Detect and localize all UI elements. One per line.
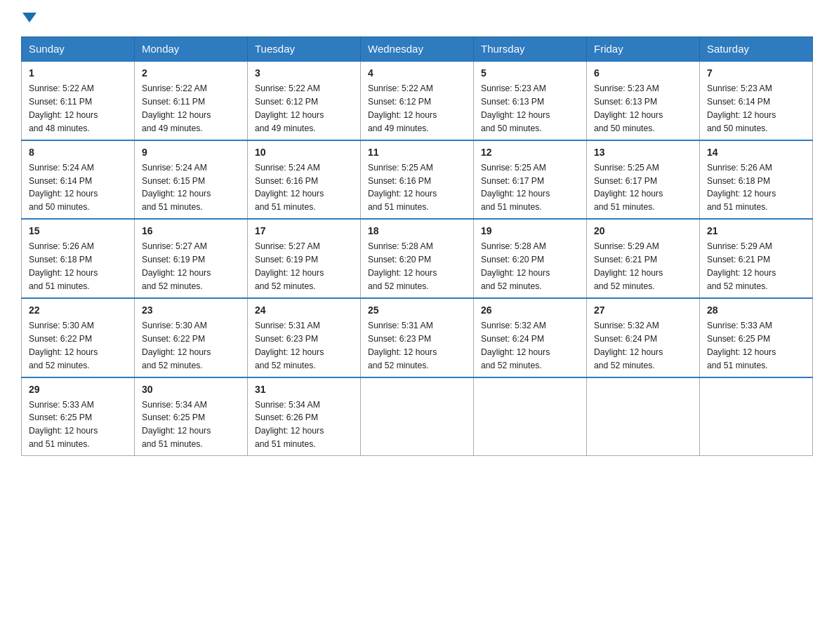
day-cell: [361, 377, 474, 456]
day-number: 27: [594, 303, 692, 318]
page-header: [21, 14, 813, 24]
day-cell: 8Sunrise: 5:24 AMSunset: 6:14 PMDaylight…: [22, 140, 135, 220]
day-cell: 4Sunrise: 5:22 AMSunset: 6:12 PMDaylight…: [361, 61, 474, 140]
day-info: Sunrise: 5:27 AMSunset: 6:19 PMDaylight:…: [142, 241, 211, 291]
day-number: 18: [368, 224, 466, 239]
day-cell: 31Sunrise: 5:34 AMSunset: 6:26 PMDayligh…: [248, 377, 361, 456]
day-number: 9: [142, 145, 240, 160]
day-info: Sunrise: 5:34 AMSunset: 6:26 PMDaylight:…: [255, 400, 324, 450]
day-number: 30: [142, 382, 240, 397]
day-cell: [474, 377, 587, 456]
day-cell: 15Sunrise: 5:26 AMSunset: 6:18 PMDayligh…: [22, 219, 135, 298]
day-info: Sunrise: 5:32 AMSunset: 6:24 PMDaylight:…: [594, 321, 663, 370]
day-number: 26: [481, 303, 579, 318]
day-cell: 11Sunrise: 5:25 AMSunset: 6:16 PMDayligh…: [361, 140, 474, 220]
day-number: 11: [368, 145, 466, 160]
day-cell: 10Sunrise: 5:24 AMSunset: 6:16 PMDayligh…: [248, 140, 361, 220]
day-cell: 22Sunrise: 5:30 AMSunset: 6:22 PMDayligh…: [22, 298, 135, 377]
day-cell: 18Sunrise: 5:28 AMSunset: 6:20 PMDayligh…: [361, 219, 474, 298]
day-info: Sunrise: 5:25 AMSunset: 6:16 PMDaylight:…: [368, 163, 437, 213]
day-number: 5: [481, 66, 579, 81]
day-number: 13: [594, 145, 692, 160]
day-cell: [587, 377, 700, 456]
day-number: 25: [368, 303, 466, 318]
day-cell: 5Sunrise: 5:23 AMSunset: 6:13 PMDaylight…: [474, 61, 587, 140]
header-friday: Friday: [587, 37, 700, 62]
week-row-3: 15Sunrise: 5:26 AMSunset: 6:18 PMDayligh…: [22, 219, 813, 298]
day-number: 12: [481, 145, 579, 160]
day-cell: 27Sunrise: 5:32 AMSunset: 6:24 PMDayligh…: [587, 298, 700, 377]
day-info: Sunrise: 5:33 AMSunset: 6:25 PMDaylight:…: [707, 321, 776, 370]
day-info: Sunrise: 5:33 AMSunset: 6:25 PMDaylight:…: [29, 400, 98, 450]
logo: [21, 14, 37, 24]
day-cell: 13Sunrise: 5:25 AMSunset: 6:17 PMDayligh…: [587, 140, 700, 220]
day-cell: 25Sunrise: 5:31 AMSunset: 6:23 PMDayligh…: [361, 298, 474, 377]
week-row-2: 8Sunrise: 5:24 AMSunset: 6:14 PMDaylight…: [22, 140, 813, 220]
day-number: 22: [29, 303, 127, 318]
day-cell: 26Sunrise: 5:32 AMSunset: 6:24 PMDayligh…: [474, 298, 587, 377]
day-number: 20: [594, 224, 692, 239]
day-cell: 12Sunrise: 5:25 AMSunset: 6:17 PMDayligh…: [474, 140, 587, 220]
day-info: Sunrise: 5:29 AMSunset: 6:21 PMDaylight:…: [707, 241, 776, 291]
header-tuesday: Tuesday: [248, 37, 361, 62]
day-number: 21: [707, 224, 805, 239]
week-row-1: 1Sunrise: 5:22 AMSunset: 6:11 PMDaylight…: [22, 61, 813, 140]
day-cell: 2Sunrise: 5:22 AMSunset: 6:11 PMDaylight…: [135, 61, 248, 140]
day-number: 29: [29, 382, 127, 397]
day-info: Sunrise: 5:30 AMSunset: 6:22 PMDaylight:…: [29, 321, 98, 370]
header-monday: Monday: [135, 37, 248, 62]
day-number: 1: [29, 66, 127, 81]
header-saturday: Saturday: [700, 37, 813, 62]
day-cell: 14Sunrise: 5:26 AMSunset: 6:18 PMDayligh…: [700, 140, 813, 220]
day-info: Sunrise: 5:22 AMSunset: 6:12 PMDaylight:…: [368, 83, 437, 133]
day-cell: 20Sunrise: 5:29 AMSunset: 6:21 PMDayligh…: [587, 219, 700, 298]
day-number: 6: [594, 66, 692, 81]
day-number: 3: [255, 66, 353, 81]
day-info: Sunrise: 5:28 AMSunset: 6:20 PMDaylight:…: [481, 241, 550, 291]
logo-triangle-icon: [22, 13, 37, 22]
day-cell: 6Sunrise: 5:23 AMSunset: 6:13 PMDaylight…: [587, 61, 700, 140]
day-cell: 17Sunrise: 5:27 AMSunset: 6:19 PMDayligh…: [248, 219, 361, 298]
day-info: Sunrise: 5:23 AMSunset: 6:14 PMDaylight:…: [707, 83, 776, 133]
day-info: Sunrise: 5:23 AMSunset: 6:13 PMDaylight:…: [594, 83, 663, 133]
day-info: Sunrise: 5:27 AMSunset: 6:19 PMDaylight:…: [255, 241, 324, 291]
day-cell: [700, 377, 813, 456]
day-info: Sunrise: 5:28 AMSunset: 6:20 PMDaylight:…: [368, 241, 437, 291]
header-sunday: Sunday: [22, 37, 135, 62]
day-cell: 3Sunrise: 5:22 AMSunset: 6:12 PMDaylight…: [248, 61, 361, 140]
day-number: 19: [481, 224, 579, 239]
day-cell: 1Sunrise: 5:22 AMSunset: 6:11 PMDaylight…: [22, 61, 135, 140]
header-row: SundayMondayTuesdayWednesdayThursdayFrid…: [22, 37, 813, 62]
day-info: Sunrise: 5:22 AMSunset: 6:12 PMDaylight:…: [255, 83, 324, 133]
day-cell: 29Sunrise: 5:33 AMSunset: 6:25 PMDayligh…: [22, 377, 135, 456]
day-info: Sunrise: 5:34 AMSunset: 6:25 PMDaylight:…: [142, 400, 211, 450]
day-number: 16: [142, 224, 240, 239]
day-info: Sunrise: 5:25 AMSunset: 6:17 PMDaylight:…: [594, 163, 663, 213]
day-number: 8: [29, 145, 127, 160]
day-number: 23: [142, 303, 240, 318]
day-number: 28: [707, 303, 805, 318]
day-info: Sunrise: 5:22 AMSunset: 6:11 PMDaylight:…: [29, 83, 98, 133]
day-number: 24: [255, 303, 353, 318]
day-cell: 9Sunrise: 5:24 AMSunset: 6:15 PMDaylight…: [135, 140, 248, 220]
day-info: Sunrise: 5:26 AMSunset: 6:18 PMDaylight:…: [707, 163, 776, 213]
day-info: Sunrise: 5:24 AMSunset: 6:15 PMDaylight:…: [142, 163, 211, 213]
day-cell: 28Sunrise: 5:33 AMSunset: 6:25 PMDayligh…: [700, 298, 813, 377]
day-number: 10: [255, 145, 353, 160]
calendar-table: SundayMondayTuesdayWednesdayThursdayFrid…: [21, 36, 813, 456]
day-info: Sunrise: 5:22 AMSunset: 6:11 PMDaylight:…: [142, 83, 211, 133]
day-cell: 21Sunrise: 5:29 AMSunset: 6:21 PMDayligh…: [700, 219, 813, 298]
day-cell: 23Sunrise: 5:30 AMSunset: 6:22 PMDayligh…: [135, 298, 248, 377]
day-number: 4: [368, 66, 466, 81]
day-cell: 19Sunrise: 5:28 AMSunset: 6:20 PMDayligh…: [474, 219, 587, 298]
day-info: Sunrise: 5:30 AMSunset: 6:22 PMDaylight:…: [142, 321, 211, 370]
day-number: 2: [142, 66, 240, 81]
day-cell: 16Sunrise: 5:27 AMSunset: 6:19 PMDayligh…: [135, 219, 248, 298]
day-cell: 30Sunrise: 5:34 AMSunset: 6:25 PMDayligh…: [135, 377, 248, 456]
day-number: 31: [255, 382, 353, 397]
day-info: Sunrise: 5:25 AMSunset: 6:17 PMDaylight:…: [481, 163, 550, 213]
day-number: 14: [707, 145, 805, 160]
day-number: 17: [255, 224, 353, 239]
header-thursday: Thursday: [474, 37, 587, 62]
day-number: 15: [29, 224, 127, 239]
